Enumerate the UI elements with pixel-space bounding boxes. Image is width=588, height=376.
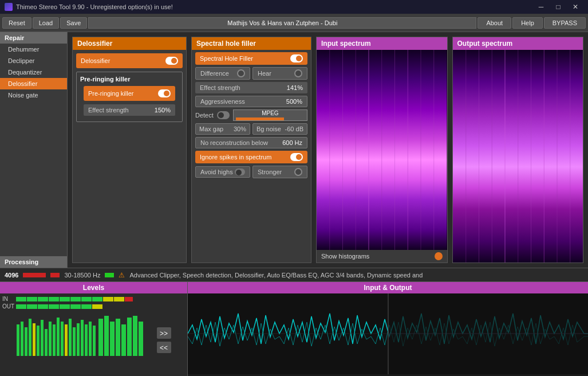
avoid-highs-button[interactable]: Avoid highs <box>195 166 250 178</box>
show-histograms-label: Show histograms <box>321 253 369 260</box>
difference-button[interactable]: Difference <box>195 67 250 80</box>
level-bar-3 <box>38 297 48 301</box>
out-bar-1 <box>16 304 26 309</box>
levels-panel: Levels IN OUT <box>0 282 188 376</box>
svg-rect-46 <box>133 316 137 356</box>
levels-title: Levels <box>0 282 187 293</box>
svg-rect-20 <box>17 324 19 356</box>
delossifier-toggle-row[interactable]: Delossifier <box>76 53 183 68</box>
out-bar-7 <box>81 304 92 309</box>
pre-ringing-toggle[interactable] <box>158 89 171 97</box>
pre-ringing-toggle-row[interactable]: Pre-ringing killer <box>84 86 175 101</box>
sidebar-item-dehummer[interactable]: Dehummer <box>0 44 67 55</box>
input-spectrum-title: Input spectrum <box>317 37 447 50</box>
gap-bg-row: Max gap 30% Bg noise -60 dB <box>195 123 307 135</box>
delossifier-toggle[interactable] <box>165 57 178 65</box>
aggressiveness-row: Aggressiveness 500% <box>195 96 307 107</box>
out-bar-4 <box>49 304 59 309</box>
reconstruct-row: No reconstruction below 600 Hz <box>195 137 307 148</box>
svg-text:<<: << <box>160 344 168 352</box>
hz-range: 30-18500 Hz <box>64 272 100 279</box>
svg-rect-38 <box>89 322 92 356</box>
pre-ringing-label: Pre-ringing killer <box>88 90 133 97</box>
bypass-button[interactable]: BYPASS <box>544 17 586 29</box>
bottom-area: Levels IN OUT <box>0 281 588 376</box>
ignore-row[interactable]: Ignore spikes in spectrum <box>195 151 307 163</box>
mpeg-label: MPEG <box>236 110 305 116</box>
level-bar-11 <box>125 297 133 301</box>
statusbar: 4096 30-18500 Hz ⚠ Advanced Clipper, Spe… <box>0 268 588 281</box>
ignore-toggle[interactable] <box>290 153 303 161</box>
max-gap-display: Max gap 30% <box>195 123 250 135</box>
svg-rect-29 <box>53 324 56 356</box>
show-histograms-row[interactable]: Show histograms <box>317 250 447 263</box>
in-label: IN <box>2 296 14 302</box>
io-title: Input & Output <box>188 282 588 293</box>
level-bar-10 <box>114 297 124 301</box>
reset-button[interactable]: Reset <box>2 17 31 29</box>
avoid-row: Avoid highs Stronger <box>195 166 307 178</box>
sample-rate: 4096 <box>5 272 18 279</box>
spectral-panel-title: Spectral hole filler <box>192 37 311 50</box>
out-level-bars <box>16 304 185 309</box>
stronger-indicator <box>294 168 302 176</box>
io-canvas <box>188 293 588 374</box>
level-bar-7 <box>81 297 92 301</box>
io-panel: Input & Output <box>188 282 588 376</box>
minimize-button[interactable]: ─ <box>533 2 549 12</box>
effect-strength-label: Effect strength <box>88 107 129 113</box>
spectral-main-toggle-row[interactable]: Spectral Hole Filler <box>195 52 307 65</box>
spectral-effect-row: Effect strength 141% <box>195 82 307 93</box>
about-button[interactable]: About <box>477 17 511 29</box>
svg-text:>>: >> <box>160 330 168 338</box>
detect-toggle[interactable] <box>217 111 230 119</box>
svg-rect-35 <box>77 323 80 356</box>
output-spectrum-title: Output spectrum <box>453 37 583 50</box>
help-button[interactable]: Help <box>512 17 543 29</box>
titlebar-title: Thimeo Stereo Tool 9.90 - Unregistered o… <box>16 3 173 10</box>
sidebar-item-delossifier[interactable]: Delossifier <box>0 78 67 89</box>
svg-rect-23 <box>29 319 31 356</box>
svg-rect-36 <box>81 320 84 356</box>
effect-strength-value: 150% <box>155 107 171 113</box>
stronger-button[interactable]: Stronger <box>252 166 307 178</box>
hear-button[interactable]: Hear <box>252 67 307 80</box>
svg-rect-26 <box>41 320 44 356</box>
sidebar-section-processing[interactable]: Processing <box>0 256 67 268</box>
titlebar-controls: ─ □ ✕ <box>533 2 583 12</box>
svg-rect-21 <box>21 322 23 356</box>
hear-indicator <box>294 69 302 77</box>
detect-row: Detect MPEG <box>195 109 307 121</box>
sample-rate-bar <box>23 273 46 277</box>
menubar: Reset Load Save Mathijs Vos & Hans van Z… <box>0 14 588 32</box>
sidebar-item-noise-gate[interactable]: Noise gate <box>0 89 67 101</box>
avoid-highs-toggle[interactable] <box>235 169 245 175</box>
in-level-bars <box>16 297 185 301</box>
output-spectrum-svg <box>453 50 583 263</box>
save-button[interactable]: Save <box>60 17 87 29</box>
out-level-row: OUT <box>2 303 185 310</box>
sidebar-section-repair[interactable]: Repair <box>0 32 67 44</box>
spectral-effect-value: 141% <box>287 84 303 91</box>
io-svg <box>188 293 588 374</box>
maximize-button[interactable]: □ <box>550 2 566 12</box>
level-bar-8 <box>92 297 102 301</box>
load-button[interactable]: Load <box>33 17 59 29</box>
svg-rect-27 <box>45 329 48 356</box>
level-bar-1 <box>16 297 26 301</box>
svg-rect-44 <box>121 324 126 356</box>
reconstruct-label: No reconstruction below <box>200 139 268 146</box>
sidebar-item-dequantizer[interactable]: Dequantizer <box>0 66 67 78</box>
bg-noise-display: Bg noise -60 dB <box>252 123 307 135</box>
close-button[interactable]: ✕ <box>567 2 583 12</box>
level-bar-6 <box>70 297 81 301</box>
sidebar: Repair Dehummer Declipper Dequantizer De… <box>0 32 68 268</box>
sidebar-item-declipper[interactable]: Declipper <box>0 55 67 66</box>
spectral-main-toggle[interactable] <box>290 54 303 62</box>
out-bar-3 <box>38 304 48 309</box>
meter-area: >> << <box>2 311 185 361</box>
mpeg-bar <box>236 117 284 120</box>
sample-rate-bar2 <box>50 273 60 277</box>
input-spectrum-canvas <box>317 50 447 250</box>
svg-rect-30 <box>57 318 60 356</box>
